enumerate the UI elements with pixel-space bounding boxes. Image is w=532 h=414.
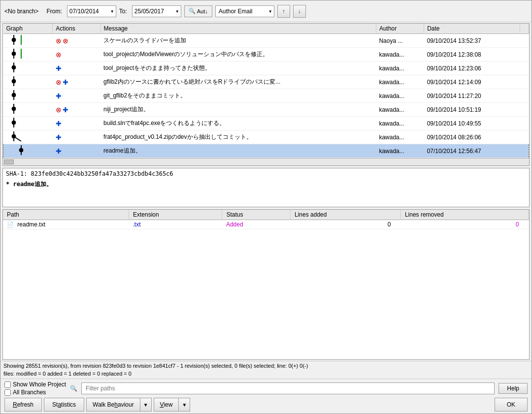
- table-row[interactable]: ⊗⊗スケールのスライドバーを追加Naoya ...09/10/2014 13:5…: [3, 34, 529, 48]
- svg-point-15: [12, 121, 16, 125]
- to-label: To:: [119, 8, 127, 15]
- status-line-1: Showing 28551 revision(s), from revision…: [3, 362, 529, 370]
- blue-plus-icon[interactable]: ✚: [56, 147, 62, 155]
- file-path: 📄 readme.txt: [3, 220, 129, 229]
- nav-down-button[interactable]: ↓: [293, 5, 306, 18]
- red-circle-icon[interactable]: ⊗: [56, 37, 62, 45]
- author-filter-wrapper: Author Email Author Name Committer Email…: [215, 5, 274, 17]
- action-icons: ⊗✚: [56, 106, 98, 114]
- refresh-button[interactable]: Refresh: [4, 398, 42, 412]
- help-button[interactable]: Help: [499, 383, 528, 394]
- commit-graph-cell: [3, 62, 53, 75]
- table-row[interactable]: ✚git_gflib2をそのままコミット。kawada...09/10/2014…: [3, 89, 529, 103]
- statistics-button[interactable]: Statistics: [44, 398, 84, 412]
- file-icon: 📄: [7, 222, 14, 227]
- file-col-removed: Lines removed: [400, 210, 529, 220]
- scroll-spacer: [520, 103, 529, 117]
- search-label: Aut↓: [197, 8, 208, 14]
- table-row[interactable]: ⊗✚gflib2内のソースに書かれている絶対パスをRドライブのパスに変...ka…: [3, 75, 529, 89]
- from-label: From:: [46, 8, 62, 15]
- walk-behaviour-dropdown-button[interactable]: ▼: [140, 398, 152, 412]
- bottom-row-1: Show Whole Project All Branches 🔍 Help: [4, 381, 528, 396]
- commit-message: tool_projectのModelViewerのソリューション中のパスを修正。: [100, 48, 376, 62]
- file-col-added: Lines added: [291, 210, 401, 220]
- commit-graph-cell: [3, 130, 53, 144]
- red-circle-icon[interactable]: ⊗: [63, 37, 68, 45]
- table-row[interactable]: ✚tool_projectをそのまま持ってきた状態。kawada...09/10…: [3, 62, 529, 75]
- commit-graph-cell: [3, 34, 53, 48]
- blue-plus-icon[interactable]: ✚: [56, 92, 62, 100]
- commit-author: kawada...: [376, 144, 424, 158]
- table-row[interactable]: ⊗tool_projectのModelViewerのソリューション中のパスを修正…: [3, 48, 529, 62]
- col-header-message: Message: [100, 24, 376, 34]
- walk-behaviour-split-btn: Walk Behaviour ▼: [86, 398, 152, 412]
- commit-message: niji_project追加。: [100, 103, 376, 117]
- statistics-label: Statistics: [52, 401, 76, 408]
- blue-plus-icon[interactable]: ✚: [63, 78, 68, 86]
- view-dropdown-button[interactable]: ▼: [178, 398, 190, 412]
- help-label: Help: [507, 385, 519, 392]
- col-header-date: Date: [424, 24, 520, 34]
- table-row[interactable]: 📄 readme.txt .txt Added 0 0: [3, 220, 529, 229]
- commit-author: kawada...: [376, 48, 424, 62]
- all-branches-text: All Branches: [13, 389, 46, 396]
- red-circle-icon[interactable]: ⊗: [56, 106, 62, 114]
- table-row[interactable]: ✚build.slnでfrat4pc.exeをつくれるようにする。kawada.…: [3, 117, 529, 130]
- commit-message: frat4pc_product_v0.14.zipのdevから抽出してコミット。: [100, 130, 376, 144]
- file-lines-removed: 0: [400, 220, 529, 229]
- status-bar: Showing 28551 revision(s), from revision…: [0, 361, 532, 379]
- blue-plus-icon[interactable]: ✚: [63, 106, 68, 114]
- commit-author: kawada...: [376, 89, 424, 103]
- commit-author: kawada...: [376, 130, 424, 144]
- col-header-actions: Actions: [53, 24, 100, 34]
- author-filter-select[interactable]: Author Email Author Name Committer Email…: [215, 5, 274, 17]
- commit-actions-cell: ⊗⊗: [53, 34, 100, 48]
- all-branches-checkbox[interactable]: [4, 389, 11, 396]
- file-list-section: Path Extension Status Lines added Lines …: [2, 209, 530, 360]
- ok-button[interactable]: OK: [495, 398, 528, 412]
- bottom-row-2: Refresh Statistics Walk Behaviour ▼ View: [4, 398, 528, 412]
- blue-plus-icon[interactable]: ✚: [56, 64, 62, 72]
- all-branches-label[interactable]: All Branches: [4, 389, 66, 396]
- red-circle-icon[interactable]: ⊗: [56, 78, 62, 86]
- commit-date: 09/10/2014 08:26:06: [424, 130, 520, 144]
- col-header-scroll: [520, 24, 529, 34]
- view-label: View: [160, 401, 173, 408]
- blue-plus-icon[interactable]: ✚: [56, 133, 62, 141]
- svg-point-5: [12, 52, 16, 56]
- file-status: Added: [222, 220, 291, 229]
- col-header-graph: Graph: [3, 24, 53, 34]
- from-date-select[interactable]: 07/10/2014: [67, 5, 116, 17]
- to-date-select[interactable]: 25/05/2017: [132, 5, 181, 17]
- show-whole-project-text: Show Whole Project: [13, 381, 66, 388]
- filter-paths-input[interactable]: [81, 382, 495, 394]
- horizontal-scrollbar[interactable]: [3, 158, 529, 165]
- commit-actions-cell: ✚: [53, 117, 100, 130]
- action-icons: ✚: [56, 147, 98, 155]
- filter-search-icon: 🔍: [70, 385, 77, 392]
- h-scroll-thumb[interactable]: [4, 159, 14, 164]
- bottom-controls: Show Whole Project All Branches 🔍 Help R…: [0, 379, 532, 414]
- table-row[interactable]: ✚readme追加。kawada...07/10/2014 12:56:47: [3, 144, 529, 158]
- table-row[interactable]: ⊗✚niji_project追加。kawada...09/10/2014 10:…: [3, 103, 529, 117]
- search-button[interactable]: 🔍 Aut↓: [184, 5, 212, 17]
- file-col-status: Status: [222, 210, 291, 220]
- commit-detail-section: SHA-1: 823fe0d30c424bb3250fa47a33273cbdb…: [2, 168, 530, 207]
- action-icons: ⊗✚: [56, 78, 98, 86]
- commit-message: git_gflib2をそのままコミット。: [100, 89, 376, 103]
- show-whole-project-checkbox[interactable]: [4, 382, 11, 388]
- show-whole-project-label[interactable]: Show Whole Project: [4, 381, 66, 388]
- view-button[interactable]: View: [154, 398, 179, 412]
- commit-message: build.slnでfrat4pc.exeをつくれるようにする。: [100, 117, 376, 130]
- commit-body: * readme追加。: [6, 180, 526, 189]
- blue-plus-icon[interactable]: ✚: [56, 120, 62, 127]
- nav-up-button[interactable]: ↑: [277, 5, 290, 18]
- action-icons: ✚: [56, 92, 98, 100]
- checkboxes: Show Whole Project All Branches: [4, 381, 66, 396]
- walk-behaviour-button[interactable]: Walk Behaviour: [86, 398, 140, 412]
- table-row[interactable]: ✚frat4pc_product_v0.14.zipのdevから抽出してコミット…: [3, 130, 529, 144]
- file-col-path: Path: [3, 210, 129, 220]
- red-circle-icon[interactable]: ⊗: [56, 51, 62, 59]
- file-lines-added: 0: [291, 220, 401, 229]
- commit-date: 09/10/2014 12:14:09: [424, 75, 520, 89]
